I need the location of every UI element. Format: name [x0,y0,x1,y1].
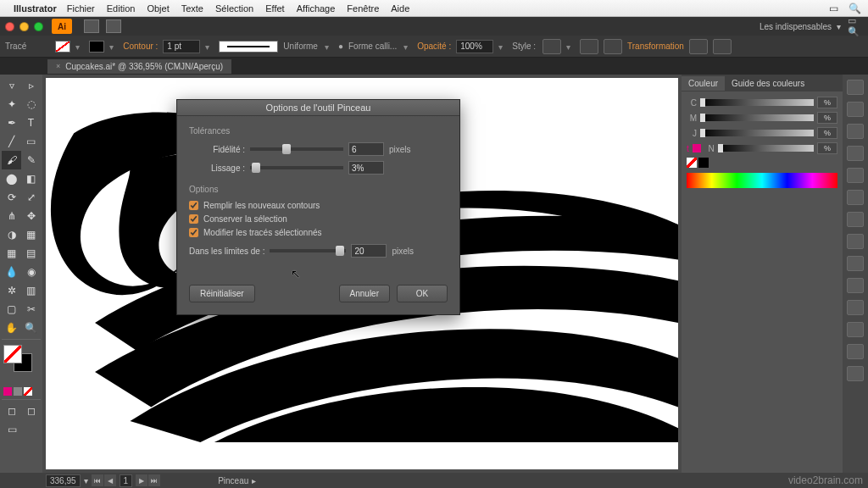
workspace-label[interactable]: Les indispensables [760,22,832,31]
app-name[interactable]: Illustrator [14,3,57,14]
dock-icon-11[interactable] [847,300,864,315]
cancel-button[interactable]: Annuler [339,285,390,302]
brush-style-label[interactable]: Forme calli... [348,42,397,51]
header-search-icon[interactable]: ▭🔍 [848,19,863,33]
dock-icon-1[interactable] [847,80,864,95]
tab-guide-couleurs[interactable]: Guide des couleurs [725,76,811,91]
black-swatch[interactable] [698,158,709,168]
within-field[interactable] [351,244,387,258]
fidelity-slider[interactable] [250,147,343,151]
menubar-utility-icon[interactable]: ▭ [829,3,838,14]
none-chip[interactable] [24,387,32,396]
artboard-tool[interactable]: ▢ [2,300,21,319]
none-swatch[interactable] [687,158,697,168]
style-swatch[interactable] [542,39,561,54]
gradient-chip[interactable] [14,387,22,396]
stroke-weight-field[interactable] [163,40,200,53]
menu-edition[interactable]: Edition [107,3,136,14]
j-value[interactable]: % [817,127,837,139]
brush-tool[interactable]: 🖌 [2,151,21,169]
blob-brush-tool[interactable]: ⬤ [2,169,21,188]
opacity-label[interactable]: Opacité : [417,42,451,51]
align-icon[interactable] [604,39,622,54]
artboard-number[interactable]: 1 [120,474,133,487]
rotate-tool[interactable]: ⟳ [2,188,21,207]
profile-label[interactable]: Uniforme [283,42,318,51]
fill-new-checkbox-row[interactable]: Remplir les nouveaux contours [189,201,448,210]
close-tab-icon[interactable]: × [56,62,60,70]
opacity-field[interactable] [456,40,493,53]
n-value[interactable]: % [817,142,837,154]
menu-texte[interactable]: Texte [181,3,203,14]
zoom-tool[interactable]: 🔍 [21,319,41,337]
prev-artboard-icon[interactable]: ◀ [104,474,116,486]
tab-couleur[interactable]: Couleur [682,76,725,91]
dock-icon-13[interactable] [847,344,864,359]
stroke-profile[interactable] [219,41,278,53]
isolate-icon[interactable] [689,39,708,54]
within-slider[interactable] [270,249,346,252]
rectangle-tool[interactable]: ▭ [21,132,41,151]
zoom-dd-icon[interactable]: ▾ [84,476,88,485]
graph-tool[interactable]: ▥ [21,281,41,300]
dock-icon-7[interactable] [847,212,864,227]
document-tab[interactable]: × Cupcakes.ai* @ 336,95% (CMJN/Aperçu) [47,59,231,74]
fill-stroke-swatch[interactable] [3,345,39,382]
close-window-button[interactable] [5,22,14,31]
lasso-tool[interactable]: ◌ [21,95,41,114]
dock-icon-14[interactable] [847,366,864,381]
draw-mode-normal[interactable]: ◻ [2,402,21,420]
dock-icon-12[interactable] [847,322,864,337]
dock-icon-6[interactable] [847,190,864,205]
stroke-weight-dd-icon[interactable]: ▾ [205,42,214,51]
zoom-window-button[interactable] [34,22,43,31]
transform-link[interactable]: Transformation [627,42,684,51]
menu-affichage[interactable]: Affichage [297,3,336,14]
eyedropper-tool[interactable]: 💧 [2,263,21,281]
mesh-tool[interactable]: ▦ [2,244,21,263]
minimize-window-button[interactable] [19,22,29,31]
dock-icon-2[interactable] [847,102,864,117]
perspective-tool[interactable]: ▦ [21,225,41,244]
blend-tool[interactable]: ◉ [21,263,41,281]
width-tool[interactable]: ⋔ [2,207,21,225]
m-value[interactable]: % [817,112,837,124]
pen-tool[interactable]: ✒ [2,114,21,132]
brush-dd-icon[interactable]: ▾ [403,42,412,51]
ok-button[interactable]: OK [397,285,448,302]
dock-icon-3[interactable] [847,124,864,139]
edit-sel-checkbox-row[interactable]: Modifier les tracés sélectionnés [189,228,448,237]
chevron-down-icon[interactable]: ▾ [837,22,841,31]
screen-mode[interactable]: ▭ [2,420,22,439]
arrange-icon-2[interactable] [106,19,121,33]
selection-tool[interactable]: ▿ [2,76,21,95]
next-artboard-icon[interactable]: ▶ [136,474,147,486]
menu-selection[interactable]: Sélection [215,3,253,14]
line-tool[interactable]: ╱ [2,132,21,151]
draw-mode-behind[interactable]: ◻ [21,402,41,420]
symbol-sprayer-tool[interactable]: ✲ [2,281,21,300]
fidelity-field[interactable] [348,142,384,156]
scale-tool[interactable]: ⤢ [21,188,41,207]
zoom-field[interactable]: 336,95 [46,474,81,487]
dock-icon-9[interactable] [847,256,864,271]
dock-icon-4[interactable] [847,146,864,161]
fill-color-chip[interactable] [3,387,12,396]
menu-effet[interactable]: Effet [265,3,284,14]
smoothing-slider[interactable] [250,166,343,169]
stroke-dropdown-icon[interactable]: ▾ [109,42,118,51]
eraser-tool[interactable]: ◧ [21,169,41,188]
fill-dropdown-icon[interactable]: ▾ [75,42,84,51]
stroke-label[interactable]: Contour : [123,42,158,51]
menu-fichier[interactable]: Fichier [67,3,95,14]
opacity-dd-icon[interactable]: ▾ [498,42,507,51]
reset-button[interactable]: Réinitialiser [189,285,255,302]
fill-swatch[interactable] [55,41,70,53]
gradient-tool[interactable]: ▤ [21,244,41,263]
magic-wand-tool[interactable]: ✦ [2,95,21,114]
smoothing-field[interactable] [348,161,384,175]
pencil-tool[interactable]: ✎ [21,151,41,169]
dock-icon-8[interactable] [847,234,864,249]
style-dd-icon[interactable]: ▾ [566,42,575,51]
menubar-search-icon[interactable]: 🔍 [849,3,861,14]
